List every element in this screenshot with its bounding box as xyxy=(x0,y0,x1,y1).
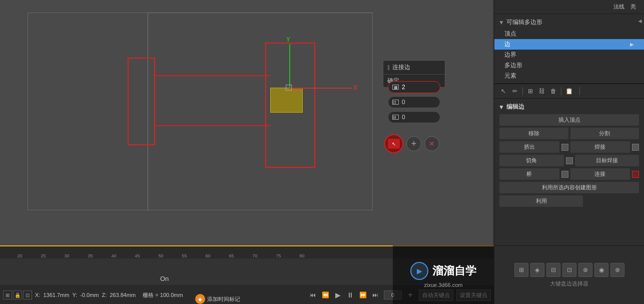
panel-tab-light[interactable]: 亮 xyxy=(630,3,636,11)
remove-btn[interactable]: 移除 xyxy=(499,128,568,139)
tree-header[interactable]: ▼ 可编辑多边形 xyxy=(494,16,644,29)
bottom-icon-1[interactable]: ⊞ xyxy=(514,263,528,277)
field-slide[interactable]: ⊟ 0 xyxy=(388,111,440,123)
target-weld-btn[interactable]: 目标焊接 xyxy=(575,155,639,166)
confirm-button-inner: ↖ xyxy=(388,139,400,149)
edit-header-text: 编辑边 xyxy=(506,103,524,111)
grid-label: 栅格 = 100.0mm xyxy=(143,291,183,299)
field-segments[interactable]: ▦ 2 xyxy=(388,81,440,93)
keyframe-label: 添加时间标记 xyxy=(207,295,240,303)
tree-item-vertex[interactable]: 顶点 xyxy=(494,29,644,39)
next-key-btn[interactable]: ⏩ xyxy=(357,289,368,300)
ruler-mark-30: 30 xyxy=(55,253,79,258)
pen-tool-icon[interactable]: ✏ xyxy=(510,86,520,96)
collapse-btn[interactable]: ◄ xyxy=(637,18,643,25)
bottom-icon-3[interactable]: ⊟ xyxy=(546,263,560,277)
rect-left xyxy=(128,58,155,145)
edit-section: ▼ 编辑边 插入顶点 移除 分割 挤出 焊接 切角 目标焊接 桥 xyxy=(494,99,644,210)
pause-btn[interactable]: ⏸ xyxy=(345,289,356,300)
weld-btn[interactable]: 焊接 xyxy=(570,141,630,153)
bottom-icon-4[interactable]: ⊡ xyxy=(562,263,576,277)
tree-section: ▼ 可编辑多边形 顶点 边 ▶ 边界 多边形 元素 xyxy=(494,14,644,84)
confirm-button[interactable]: ↖ xyxy=(384,134,403,153)
tree-item-polygon[interactable]: 多边形 xyxy=(494,60,644,71)
edit-icon[interactable]: 📋 xyxy=(564,86,574,96)
ruler-mark-35: 35 xyxy=(79,253,102,258)
separator-3 xyxy=(579,87,580,95)
keyframe-icon[interactable]: ◆ xyxy=(195,294,205,304)
y-axis xyxy=(289,44,290,88)
field-icon-2: ⊡ xyxy=(392,100,399,105)
add-button[interactable]: + xyxy=(406,136,421,151)
panel-tab-line[interactable]: 法线 xyxy=(613,3,624,11)
line-bottom xyxy=(155,125,270,126)
cursor-tool-icon[interactable]: ↖ xyxy=(498,86,508,96)
coord-icon-group: ⊞ 🔒 ⊡ xyxy=(3,290,32,299)
ruler-mark-65: 65 xyxy=(220,253,243,258)
bridge-btn[interactable]: 桥 xyxy=(499,168,559,180)
tree-item-edge[interactable]: 边 ▶ xyxy=(494,39,644,50)
ruler-mark-50: 50 xyxy=(149,253,173,258)
ruler-mark-25: 25 xyxy=(32,253,55,258)
ruler-mark-70: 70 xyxy=(243,253,267,258)
field-pinch[interactable]: ⊡ 0 xyxy=(388,96,440,108)
field-value-3: 0 xyxy=(402,114,405,121)
y-axis-label: Y xyxy=(286,36,290,43)
watermark-sub-text: zixue.3d66.com xyxy=(424,282,462,288)
weld-settings-btn[interactable] xyxy=(632,144,639,151)
select-icon[interactable]: ⊞ xyxy=(3,290,12,299)
watermark-area: ▶ 溜溜自学 zixue.3d66.com xyxy=(393,245,494,304)
jump-start-btn[interactable]: ⏮ xyxy=(307,289,318,300)
tree-item-element[interactable]: 元素 xyxy=(494,71,644,81)
bottom-icon-7[interactable]: ⊗ xyxy=(610,263,624,277)
play-btn[interactable]: ▶ xyxy=(332,289,343,300)
ruler-mark-60: 60 xyxy=(196,253,220,258)
jump-end-btn[interactable]: ⏭ xyxy=(370,289,381,300)
create-shape-btn[interactable]: 利用所选内容创建图形 xyxy=(499,182,639,193)
tree-item-border[interactable]: 边界 xyxy=(494,50,644,60)
connect-settings-btn[interactable] xyxy=(632,171,639,178)
extrude-btn[interactable]: 挤出 xyxy=(499,141,559,153)
chamfer-settings-btn[interactable] xyxy=(566,157,573,164)
origin-marker xyxy=(286,85,292,91)
watermark-logo: ▶ 溜溜自学 xyxy=(410,262,476,280)
cursor-icon: ↖ xyxy=(392,141,396,147)
top-panel-area: 法线 亮 xyxy=(494,0,644,14)
bottom-icon-2[interactable]: ◈ xyxy=(530,263,544,277)
y-label: Y: xyxy=(72,292,77,298)
bridge-settings-btn[interactable] xyxy=(561,171,568,178)
separator-1 xyxy=(522,87,523,95)
insert-vertex-row: 插入顶点 xyxy=(494,113,644,127)
bottom-icon-6[interactable]: ◉ xyxy=(594,263,608,277)
lock-icon[interactable]: 🔒 xyxy=(13,290,22,299)
x-label: X: xyxy=(35,292,40,298)
cancel-button[interactable]: ✕ xyxy=(424,136,439,151)
ruler-mark-45: 45 xyxy=(126,253,149,258)
edge-arrow: ▶ xyxy=(630,42,634,47)
field-value-2: 0 xyxy=(402,99,405,106)
chamfer-btn[interactable]: 切角 xyxy=(499,155,564,166)
chain-icon[interactable]: ⛓ xyxy=(537,86,547,96)
extrude-weld-row: 挤出 焊接 xyxy=(494,140,644,154)
outer-box xyxy=(28,13,373,210)
ruler-mark-75: 75 xyxy=(267,253,290,258)
link-icon[interactable]: ⊞ xyxy=(525,86,535,96)
insert-vertex-btn[interactable]: 插入顶点 xyxy=(499,114,639,126)
viewport[interactable]: Y X ‖ 连接边 确定 ▦ 2 ⊡ 0 ⊟ 0 ↖ + ✕ xyxy=(0,0,493,245)
delete-icon[interactable]: 🗑 xyxy=(548,86,558,96)
extrude-settings-btn[interactable] xyxy=(561,144,568,151)
connect-btn[interactable]: 连接 xyxy=(570,168,630,180)
z-value: 263.84mm xyxy=(110,292,136,298)
split-btn[interactable]: 分割 xyxy=(570,128,639,139)
edit-header[interactable]: ▼ 编辑边 xyxy=(494,101,644,113)
separator-2 xyxy=(561,87,561,95)
on-button[interactable]: On xyxy=(160,275,169,282)
ruler-mark-20: 20 xyxy=(8,253,32,258)
playback-controls: ⏮ ⏪ ▶ ⏸ ⏩ ⏭ xyxy=(307,289,381,300)
bottom-icon-5[interactable]: ⊕ xyxy=(578,263,592,277)
prev-key-btn[interactable]: ⏪ xyxy=(320,289,331,300)
right-panel: ◄ 法线 亮 ▼ 可编辑多边形 顶点 边 ▶ 边界 多边形 元素 ↖ ✏ xyxy=(494,0,644,245)
more-btn[interactable]: 利用 xyxy=(499,195,583,207)
ref-icon[interactable]: ⊡ xyxy=(23,290,32,299)
bridge-connect-row: 桥 连接 xyxy=(494,167,644,181)
